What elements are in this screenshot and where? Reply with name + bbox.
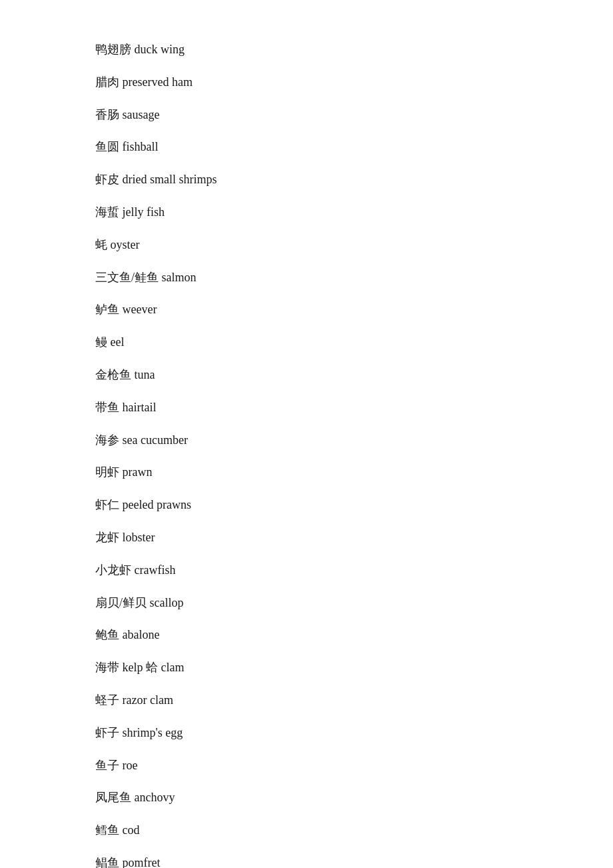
list-item: 三文鱼/鲑鱼 salmon (95, 268, 518, 287)
list-item: 虾子 shrimp's egg (95, 723, 518, 743)
list-item: 蚝 oyster (95, 235, 518, 255)
list-item: 香肠 sausage (95, 105, 518, 125)
list-item: 金枪鱼 tuna (95, 365, 518, 385)
list-item: 扇贝/鲜贝 scallop (95, 593, 518, 613)
list-item: 鸭翅膀 duck wing (95, 40, 518, 59)
list-item: 鲍鱼 abalone (95, 625, 518, 645)
list-item: 蛏子 razor clam (95, 691, 518, 710)
list-item: 鲳鱼 pomfret (95, 853, 518, 868)
list-item: 海带 kelp 蛤 clam (95, 658, 518, 677)
list-item: 鱼子 roe (95, 756, 518, 775)
list-item: 鱼圆 fishball (95, 137, 518, 157)
list-item: 龙虾 lobster (95, 528, 518, 547)
list-item: 虾皮 dried small shrimps (95, 170, 518, 189)
list-item: 海参 sea cucumber (95, 431, 518, 450)
list-item: 鳕鱼 cod (95, 821, 518, 840)
list-item: 鳗 eel (95, 333, 518, 352)
list-item: 腊肉 preserved ham (95, 73, 518, 92)
list-item: 小龙虾 crawfish (95, 561, 518, 580)
page-content: 鸭翅膀 duck wing腊肉 preserved ham香肠 sausage鱼… (0, 0, 613, 868)
list-item: 凤尾鱼 anchovy (95, 788, 518, 807)
list-item: 带鱼 hairtail (95, 398, 518, 417)
list-item: 鲈鱼 weever (95, 300, 518, 319)
list-item: 海蜇 jelly fish (95, 203, 518, 222)
list-item: 虾仁 peeled prawns (95, 495, 518, 515)
list-item: 明虾 prawn (95, 463, 518, 482)
